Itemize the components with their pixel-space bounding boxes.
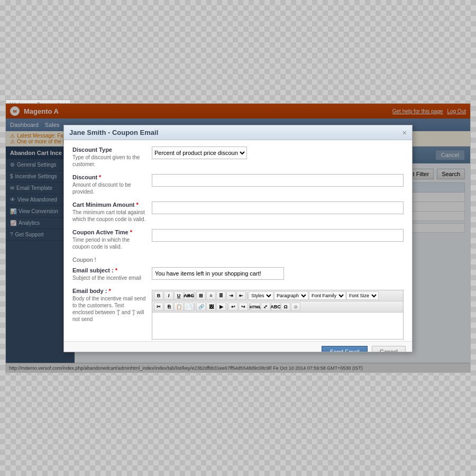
- rte-sep-3: [195, 303, 195, 310]
- discount-input[interactable]: [152, 174, 404, 187]
- rte-link-button[interactable]: 🔗: [196, 303, 206, 311]
- rte-toolbar-2: ✂ ⎘ 📋 📄 🔗 🖼 ▶ ↩: [152, 301, 403, 313]
- modal-body: Discount Type Type of discount given to …: [64, 140, 412, 341]
- email-body-row: Email body : * Body of the incentive mai…: [72, 288, 404, 340]
- cancel-button[interactable]: Cancel: [372, 346, 406, 352]
- rte-emoticons-button[interactable]: ☺: [291, 303, 300, 311]
- cart-minimum-hint: The minimum cart total against which the…: [72, 209, 147, 223]
- email-subject-input[interactable]: [152, 267, 284, 280]
- rte-redo-button[interactable]: ↪: [239, 303, 248, 311]
- email-body-label: Email body : *: [72, 288, 147, 294]
- rte-undo-button[interactable]: ↩: [228, 303, 238, 311]
- email-subject-row: Email subject : * Subject of the incenti…: [72, 267, 404, 281]
- rte-copy-button[interactable]: ⎘: [164, 303, 173, 311]
- discount-row: Discount * Amount of discount to be prov…: [72, 174, 404, 195]
- screenshot-container: M Magento A Get help for this page Log O…: [5, 103, 471, 373]
- rte-styles-select[interactable]: Styles: [249, 291, 273, 300]
- email-subject-required: *: [115, 267, 117, 273]
- coupon-active-time-label: Coupon Active Time *: [72, 229, 147, 235]
- discount-type-label: Discount Type: [72, 147, 147, 153]
- rte-container: B I U ABC ⊞ ≡ ≣ ⇥ ⇤: [152, 290, 404, 340]
- rte-media-button[interactable]: ▶: [216, 303, 226, 311]
- rte-pastetext-button[interactable]: 📄: [184, 303, 194, 311]
- email-subject-hint: Subject of the incentive email: [72, 274, 147, 281]
- cart-minimum-amount-row: Cart Minimum Amount * The minimum cart t…: [72, 202, 404, 223]
- rte-sep-2: [247, 292, 248, 299]
- rte-fullscreen-button[interactable]: ⤢: [261, 303, 270, 311]
- rte-ol-button[interactable]: ≣: [216, 291, 226, 300]
- rte-spellcheck-button[interactable]: ABC: [271, 303, 280, 311]
- rte-underline-button[interactable]: U: [174, 291, 184, 300]
- email-body-required: *: [108, 288, 111, 294]
- discount-label: Discount *: [72, 174, 147, 180]
- rte-paste-button[interactable]: 📋: [174, 303, 184, 311]
- modal-title: Jane Smith - Coupon Email: [69, 129, 158, 136]
- rte-strikethrough-button[interactable]: ABC: [184, 291, 194, 300]
- rte-cut-button[interactable]: ✂: [154, 303, 163, 311]
- rte-indent-button[interactable]: ⇥: [226, 291, 236, 300]
- cart-minimum-label: Cart Minimum Amount *: [72, 202, 147, 208]
- rte-ul-button[interactable]: ≡: [206, 291, 216, 300]
- rte-bold-button[interactable]: B: [154, 291, 163, 300]
- rte-source-button[interactable]: HTML: [251, 303, 260, 311]
- discount-type-select[interactable]: Percent of product price discount Fixed …: [152, 147, 247, 159]
- rte-outdent-button[interactable]: ⇤: [236, 291, 246, 300]
- modal-close-button[interactable]: ×: [402, 129, 407, 136]
- email-subject-label: Email subject : *: [72, 267, 147, 273]
- discount-type-row: Discount Type Type of discount given to …: [72, 147, 404, 168]
- rte-body[interactable]: [152, 313, 403, 339]
- modal-footer: Send Email Cancel: [64, 341, 412, 352]
- rte-table-button[interactable]: ⊞: [196, 291, 206, 300]
- coupon-active-time-row: Coupon Active Time * Time period in whic…: [72, 229, 404, 250]
- rte-italic-button[interactable]: I: [164, 291, 173, 300]
- rte-image-button[interactable]: 🖼: [206, 303, 216, 311]
- discount-type-hint: Type of discount given to the customer.: [72, 154, 147, 168]
- coupon-email-modal: Jane Smith - Coupon Email × Discount Typ…: [63, 125, 413, 352]
- coupon-time-required: *: [130, 229, 132, 235]
- cart-min-required: *: [136, 202, 139, 208]
- send-email-button[interactable]: Send Email: [322, 346, 367, 352]
- rte-sep-4: [227, 303, 227, 310]
- discount-required: *: [99, 174, 101, 180]
- email-body-hint: Body of the incentive mail send to the c…: [72, 295, 147, 323]
- rte-paragraph-select[interactable]: Paragraph: [274, 291, 308, 300]
- rte-charmap-button[interactable]: Ω: [281, 303, 290, 311]
- modal-overlay: Jane Smith - Coupon Email × Discount Typ…: [6, 104, 470, 372]
- cart-minimum-amount-input[interactable]: [152, 202, 404, 214]
- coupon-label: Coupon !: [72, 257, 404, 263]
- coupon-active-time-hint: Time period in which the coupon code is …: [72, 236, 147, 250]
- coupon-active-time-input[interactable]: [152, 229, 404, 242]
- modal-header: Jane Smith - Coupon Email ×: [64, 125, 412, 140]
- rte-fontsize-select[interactable]: Font Size: [346, 291, 379, 300]
- rte-fontfamily-select[interactable]: Font Family: [309, 291, 346, 300]
- discount-hint: Amount of discount to be provided.: [72, 181, 147, 195]
- rte-toolbar-1: B I U ABC ⊞ ≡ ≣ ⇥ ⇤: [152, 290, 403, 301]
- rte-sep-1: [195, 292, 195, 299]
